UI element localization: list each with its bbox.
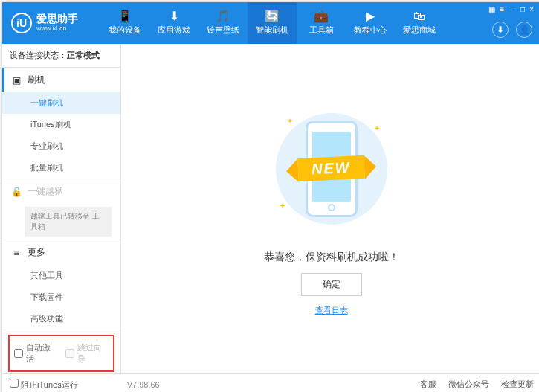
download-button[interactable]: ⬇ — [492, 22, 509, 38]
close-button[interactable]: × — [529, 5, 534, 13]
device-icon: 📱 — [117, 10, 132, 22]
nav-my-device[interactable]: 📱我的设备 — [100, 2, 149, 44]
skip-guide-checkbox[interactable]: 跳过向导 — [65, 342, 109, 364]
window-controls: ▦ ≡ — □ × — [488, 5, 534, 13]
refresh-icon: 🔄 — [265, 10, 280, 22]
sidebar-item-firmware[interactable]: 下载固件 — [2, 286, 120, 308]
nav-toolbox[interactable]: 💼工具箱 — [297, 2, 346, 44]
view-log-link[interactable]: 查看日志 — [315, 305, 348, 316]
sidebar-item-advanced[interactable]: 高级功能 — [2, 308, 120, 330]
logo-icon: iU — [11, 13, 32, 33]
nav-flash[interactable]: 🔄智能刷机 — [248, 2, 297, 44]
play-icon: ▶ — [366, 10, 375, 22]
nav-apps[interactable]: ⬇应用游戏 — [149, 2, 199, 44]
toolbox-icon: 💼 — [314, 10, 329, 22]
sidebar-item-pro[interactable]: 专业刷机 — [2, 135, 120, 157]
footer-wechat[interactable]: 微信公众号 — [448, 379, 489, 390]
success-message: 恭喜您，保资料刷机成功啦！ — [264, 251, 399, 264]
sidebar-more-header[interactable]: ≡ 更多 — [2, 240, 120, 265]
lock-icon: 🔓 — [11, 187, 22, 197]
apps-icon: ⬇ — [170, 10, 179, 22]
settings-button[interactable]: ≡ — [500, 5, 504, 13]
footer-update[interactable]: 检查更新 — [501, 379, 534, 390]
new-ribbon: NEW — [297, 155, 364, 182]
block-itunes-checkbox[interactable]: 阻止iTunes运行 — [10, 379, 78, 391]
titlebar: iU 爱思助手 www.i4.cn 📱我的设备 ⬇应用游戏 🎵铃声壁纸 🔄智能刷… — [2, 2, 539, 44]
sidebar: 设备连接状态：正常模式 ▣ 刷机 一键刷机 iTunes刷机 专业刷机 批量刷机… — [2, 44, 121, 373]
sidebar-item-itunes[interactable]: iTunes刷机 — [2, 114, 120, 135]
maximize-button[interactable]: □ — [520, 5, 525, 13]
flash-icon: ▣ — [11, 75, 22, 86]
store-icon: 🛍 — [413, 10, 425, 22]
confirm-button[interactable]: 确定 — [301, 273, 362, 296]
sidebar-item-oneclick[interactable]: 一键刷机 — [2, 92, 120, 114]
user-button[interactable]: 👤 — [516, 22, 532, 38]
nav-tutorials[interactable]: ▶教程中心 — [346, 2, 395, 44]
music-icon: 🎵 — [216, 10, 230, 22]
app-url: www.i4.cn — [36, 25, 78, 33]
footer: 阻止iTunes运行 V7.98.66 客服 微信公众号 检查更新 — [2, 373, 539, 392]
version-label: V7.98.66 — [127, 380, 160, 389]
menu-icon: ≡ — [11, 248, 22, 258]
main-content: NEW ✦ ✦ ✦ 恭喜您，保资料刷机成功啦！ 确定 查看日志 — [121, 44, 539, 373]
connection-status: 设备连接状态：正常模式 — [2, 44, 120, 68]
menu-button[interactable]: ▦ — [488, 5, 495, 13]
minimize-button[interactable]: — — [509, 5, 516, 13]
jailbreak-note: 越狱工具已转移至 工具箱 — [25, 207, 112, 237]
app-logo: iU 爱思助手 www.i4.cn — [11, 13, 78, 33]
sidebar-flash-header[interactable]: ▣ 刷机 — [2, 68, 120, 92]
options-highlight-box: 自动激活 跳过向导 — [8, 335, 114, 372]
sidebar-jailbreak-header[interactable]: 🔓 一键越狱 — [2, 179, 120, 204]
success-illustration: NEW ✦ ✦ ✦ — [265, 102, 398, 236]
nav-ringtones[interactable]: 🎵铃声壁纸 — [199, 2, 248, 44]
app-name: 爱思助手 — [36, 13, 78, 25]
nav-store[interactable]: 🛍爱思商城 — [395, 2, 444, 44]
main-nav: 📱我的设备 ⬇应用游戏 🎵铃声壁纸 🔄智能刷机 💼工具箱 ▶教程中心 🛍爱思商城 — [100, 2, 444, 44]
footer-support[interactable]: 客服 — [420, 379, 436, 390]
sidebar-item-other[interactable]: 其他工具 — [2, 265, 120, 286]
auto-activate-checkbox[interactable]: 自动激活 — [14, 342, 58, 364]
sidebar-item-batch[interactable]: 批量刷机 — [2, 157, 120, 179]
